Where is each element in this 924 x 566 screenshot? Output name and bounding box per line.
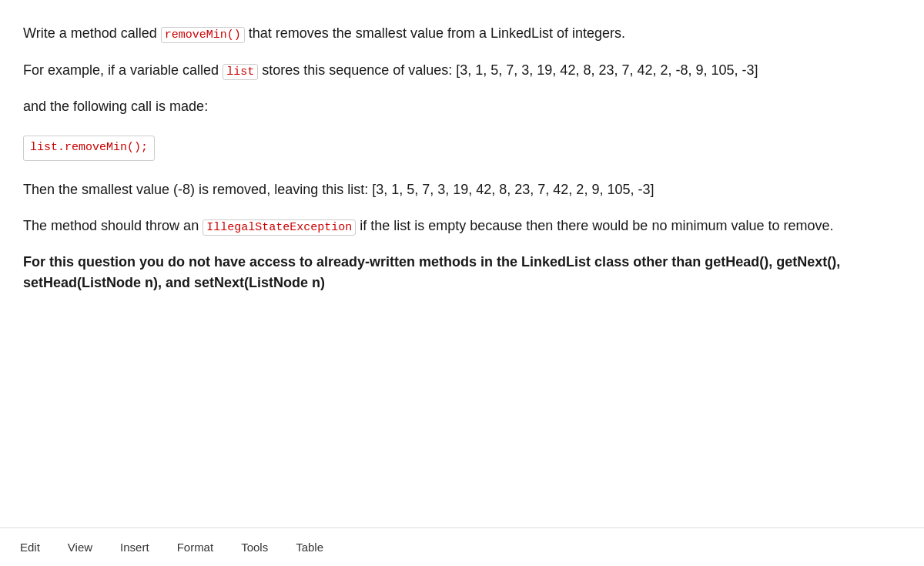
paragraph-2: For example, if a variable called list s… [23, 60, 870, 82]
paragraph-5: The method should throw an IllegalStateE… [23, 216, 870, 237]
code-block-container: list.removeMin(); [23, 132, 870, 164]
menu-item-edit[interactable]: Edit [15, 538, 45, 557]
para6-text: For this question you do not have access… [23, 254, 840, 290]
para5-before: The method should throw an [23, 218, 203, 233]
para3-text: and the following call is made: [23, 99, 208, 114]
para2-after: stores this sequence of values: [3, 1, 5… [258, 62, 758, 78]
para1-after: that removes the smallest value from a L… [245, 25, 625, 41]
para4-text: Then the smallest value (-8) is removed,… [23, 182, 654, 197]
paragraph-1: Write a method called removeMin() that r… [23, 23, 870, 45]
para2-before: For example, if a variable called [23, 62, 223, 78]
bottom-menu-bar: Edit View Insert Format Tools Table [0, 527, 924, 566]
inline-code-removemin: removeMin() [161, 27, 245, 43]
menu-item-view[interactable]: View [63, 538, 97, 557]
para1-before: Write a method called [23, 25, 161, 41]
menu-item-insert[interactable]: Insert [116, 538, 154, 557]
menu-item-format[interactable]: Format [172, 538, 219, 557]
paragraph-3: and the following call is made: [23, 96, 870, 117]
menu-item-tools[interactable]: Tools [236, 538, 273, 557]
menu-item-table[interactable]: Table [291, 538, 328, 557]
inline-code-illegalstate: IllegalStateException [203, 219, 356, 236]
paragraph-4: Then the smallest value (-8) is removed,… [23, 179, 870, 200]
code-block-removemin-call: list.removeMin(); [23, 136, 155, 161]
main-content: Write a method called removeMin() that r… [0, 0, 893, 293]
inline-code-list: list [223, 64, 258, 80]
para5-after: if the list is empty because then there … [356, 218, 833, 233]
paragraph-6: For this question you do not have access… [23, 252, 870, 293]
